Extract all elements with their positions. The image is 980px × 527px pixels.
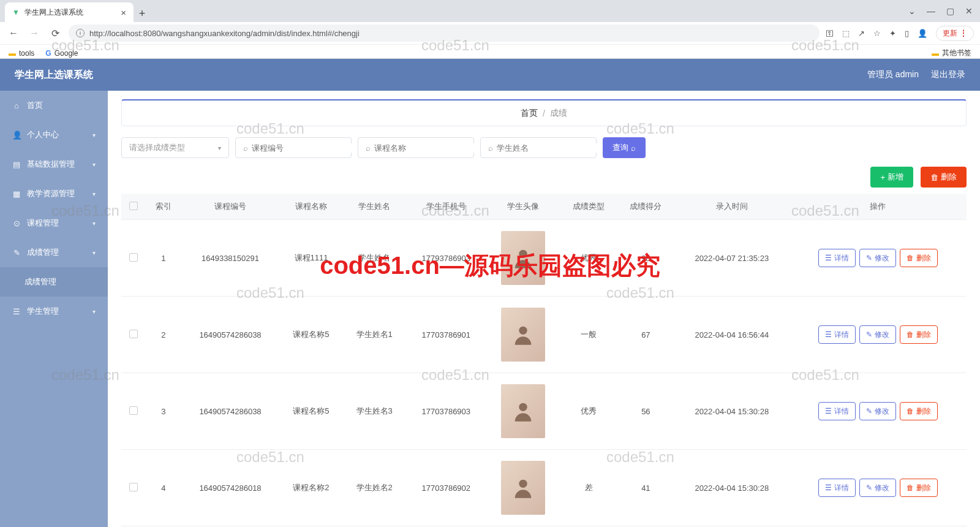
new-tab-button[interactable]: + xyxy=(134,5,151,22)
folder-icon: ▬ xyxy=(9,49,16,58)
address-bar: ← → ⟳ i http://localhost:8080/wangshangx… xyxy=(0,22,980,44)
bookmark-bar: ▬tools GGoogle ▬其他书签 xyxy=(0,44,980,59)
reload-icon[interactable]: ⟳ xyxy=(48,28,62,39)
info-icon[interactable]: i xyxy=(76,29,85,37)
minimize-icon[interactable]: — xyxy=(927,6,935,16)
key-icon[interactable]: ⚿ xyxy=(826,29,834,38)
extensions-icon[interactable]: ✦ xyxy=(889,29,896,38)
bookmark-google[interactable]: GGoogle xyxy=(45,49,78,58)
bookmark-tools[interactable]: ▬tools xyxy=(9,49,34,58)
translate-icon[interactable]: ⬚ xyxy=(842,29,850,38)
panel-icon[interactable]: ▯ xyxy=(905,29,909,38)
google-icon: G xyxy=(45,49,51,58)
browser-chrome: ▼ 学生网上选课系统 × + ⌄ — ▢ ✕ ← → ⟳ i http://lo… xyxy=(0,0,980,59)
window-controls: ⌄ — ▢ ✕ xyxy=(908,0,980,22)
vue-icon: ▼ xyxy=(12,8,20,17)
other-bookmarks[interactable]: ▬其他书签 xyxy=(932,48,971,58)
chevron-down-icon[interactable]: ⌄ xyxy=(908,6,916,16)
forward-icon[interactable]: → xyxy=(27,28,42,39)
folder-icon: ▬ xyxy=(932,49,939,58)
close-window-icon[interactable]: ✕ xyxy=(965,6,973,16)
star-icon[interactable]: ☆ xyxy=(873,29,881,38)
back-icon[interactable]: ← xyxy=(6,28,21,39)
maximize-icon[interactable]: ▢ xyxy=(946,6,954,16)
close-icon[interactable]: × xyxy=(121,7,126,18)
browser-tab[interactable]: ▼ 学生网上选课系统 × xyxy=(5,2,134,22)
tab-title: 学生网上选课系统 xyxy=(24,7,83,18)
url-text: http://localhost:8080/wangshangxuankexit… xyxy=(89,29,360,38)
url-field[interactable]: i http://localhost:8080/wangshangxuankex… xyxy=(69,25,820,42)
share-icon[interactable]: ↗ xyxy=(858,29,865,38)
update-button[interactable]: 更新 ⋮ xyxy=(936,26,974,41)
browser-tabbar: ▼ 学生网上选课系统 × + ⌄ — ▢ ✕ xyxy=(0,0,980,22)
profile-icon[interactable]: 👤 xyxy=(918,29,927,38)
